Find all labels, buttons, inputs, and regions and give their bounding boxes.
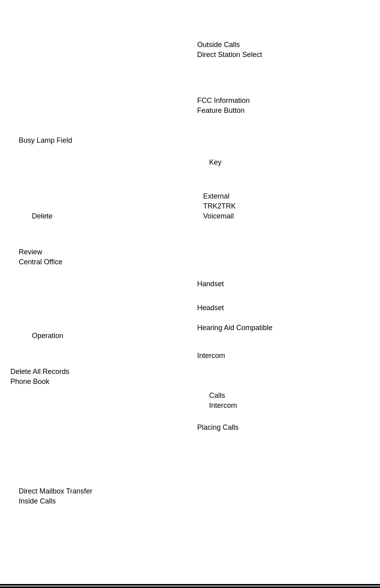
headset-line-0: Headset	[197, 303, 224, 313]
hearing-aid-line-0: Hearing Aid Compatible	[197, 323, 272, 333]
delete-all-records-line-0: Delete All Records	[10, 367, 69, 377]
bottom-border	[0, 585, 380, 588]
direct-mailbox: Direct Mailbox TransferInside Calls	[19, 486, 92, 506]
outside-calls-line-0: Outside Calls	[197, 40, 262, 50]
calls-intercom-line-1: Intercom	[209, 401, 237, 411]
intercom: Intercom	[197, 351, 225, 361]
placing-calls: Placing Calls	[197, 423, 239, 433]
intercom-line-0: Intercom	[197, 351, 225, 361]
calls-intercom-line-0: Calls	[209, 391, 237, 401]
delete-all-records-line-1: Phone Book	[10, 377, 69, 387]
review-central-office: ReviewCentral Office	[19, 247, 63, 267]
hearing-aid: Hearing Aid Compatible	[197, 323, 272, 333]
handset: Handset	[197, 279, 224, 289]
delete-line-0: Delete	[32, 211, 53, 221]
external-trk2trk-line-2: Voicemail	[203, 211, 236, 221]
headset: Headset	[197, 303, 224, 313]
delete-all-records: Delete All RecordsPhone Book	[10, 367, 69, 387]
operation-line-0: Operation	[32, 331, 63, 341]
review-central-office-line-0: Review	[19, 247, 63, 257]
outside-calls-line-1: Direct Station Select	[197, 50, 262, 60]
outside-calls: Outside CallsDirect Station Select	[197, 40, 262, 60]
review-central-office-line-1: Central Office	[19, 257, 63, 267]
key: Key	[209, 157, 221, 167]
calls-intercom: CallsIntercom	[209, 391, 237, 411]
fcc-information-line-1: Feature Button	[197, 106, 250, 116]
fcc-information-line-0: FCC Information	[197, 96, 250, 106]
direct-mailbox-line-0: Direct Mailbox Transfer	[19, 486, 92, 496]
busy-lamp-field-line-0: Busy Lamp Field	[19, 136, 72, 146]
fcc-information: FCC InformationFeature Button	[197, 96, 250, 116]
key-line-0: Key	[209, 157, 221, 167]
external-trk2trk-line-1: TRK2TRK	[203, 201, 236, 211]
external-trk2trk-line-0: External	[203, 191, 236, 201]
direct-mailbox-line-1: Inside Calls	[19, 496, 92, 506]
page-container: Outside CallsDirect Station SelectFCC In…	[0, 0, 380, 588]
external-trk2trk: ExternalTRK2TRKVoicemail	[203, 191, 236, 222]
busy-lamp-field: Busy Lamp Field	[19, 136, 72, 146]
placing-calls-line-0: Placing Calls	[197, 423, 239, 433]
bottom-border-inner	[0, 584, 380, 585]
handset-line-0: Handset	[197, 279, 224, 289]
delete: Delete	[32, 211, 53, 221]
operation: Operation	[32, 331, 63, 341]
